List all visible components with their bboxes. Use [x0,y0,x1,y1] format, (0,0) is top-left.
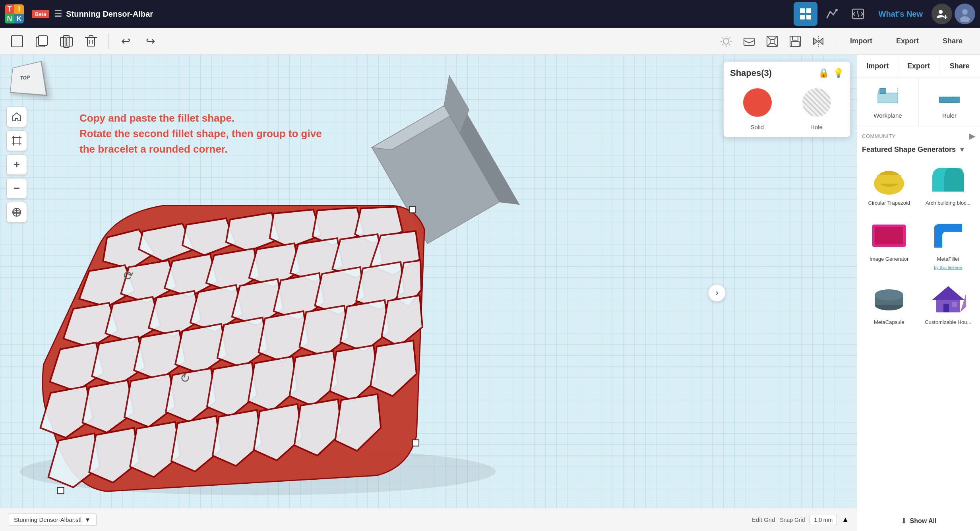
import-button[interactable]: Import [839,33,883,49]
svg-rect-36 [792,36,798,40]
svg-point-4 [835,9,838,11]
visibility-icon[interactable]: 💡 [833,68,844,78]
rp-export-button[interactable]: Export [898,55,939,78]
solid-shape-item[interactable]: Solid [730,85,784,130]
dropdown-chevron-icon: ▼ [959,146,965,153]
sg-item-metacapsule[interactable]: MetaCapsule [862,278,916,329]
shapes-panel-icons: 🔒 💡 [818,68,844,78]
solid-label: Solid [751,124,764,130]
header: T I N K Beta ☰ Stunning Densor-Albar [0,0,980,28]
right-panel-actions: Import Export Share [857,55,980,78]
svg-rect-37 [791,41,799,46]
save-button[interactable] [784,31,806,52]
mirror-button[interactable] [808,31,829,52]
logo-n: N [5,14,14,23]
edit-grid-button[interactable]: Edit Grid [752,516,775,523]
duplicate-button[interactable] [31,31,52,52]
whats-new-button[interactable]: What's New [872,6,929,22]
svg-rect-0 [800,8,805,13]
sg-item-arch[interactable]: Arch building bloc... [921,159,976,210]
rp-tools: Workplane Ruler [857,78,980,126]
shapes-panel: Shapes(3) 🔒 💡 Solid Hole [723,61,850,137]
group-button[interactable] [56,31,77,52]
ruler-label: Ruler [942,112,957,119]
add-user-button[interactable] [932,4,952,24]
rp-import-button[interactable]: Import [857,55,898,78]
sg-img-house [926,281,970,317]
code-button[interactable] [846,2,870,26]
hole-label: Hole [810,124,823,130]
header-title: Stunning Densor-Albar [66,10,153,19]
rp-share-button[interactable]: Share [939,55,980,78]
canvas-area[interactable]: TOP + − [0,55,857,531]
shapes-panel-header: Shapes(3) 🔒 💡 [730,68,844,78]
svg-rect-34 [770,39,774,43]
shape-view-button[interactable] [738,31,760,52]
ruler-tool[interactable]: Ruler [919,78,980,126]
workplane-label: Workplane [873,112,902,119]
light-toggle-button[interactable] [715,31,737,52]
sg-item-circular-trapezoid[interactable]: Circular Trapezoid [862,159,916,210]
grid-icon: ☰ [54,9,62,19]
shape-generators-section: Community ▶ Featured Shape Generators ▼ [857,126,980,511]
show-all-bar[interactable]: ⬇ Show All [857,511,980,531]
sg-dropdown[interactable]: Featured Shape Generators ▼ [862,145,975,154]
solid-circle [743,88,772,117]
svg-rect-66 [939,97,959,103]
svg-line-30 [729,37,730,39]
toolbar-separator [108,33,108,49]
logo-letters: T I N K [5,4,24,23]
sg-label-3: MetaFillet [937,256,959,263]
lock-icon[interactable]: 🔒 [818,68,829,78]
logo: T I N K [5,4,24,23]
share-button[interactable]: Share [932,33,974,49]
svg-line-31 [722,44,723,45]
svg-point-11 [962,9,968,15]
sg-item-image-gen[interactable]: Image Generator [862,215,916,273]
main-area: TOP + − [0,55,980,531]
grid-view-button[interactable] [794,2,817,26]
new-design-button[interactable] [6,31,28,52]
view-cube[interactable]: TOP [8,63,42,93]
filename-text: Stunning Densor-Albar.stl [14,516,81,523]
snap-increase-button[interactable]: ▲ [842,515,849,524]
svg-rect-76 [932,188,944,192]
featured-label: Featured Shape Generators [862,145,956,154]
svg-rect-18 [64,35,69,47]
export-button[interactable]: Export [885,33,930,49]
sg-img-arch [926,162,970,198]
snap-grid-value[interactable]: 1.0 mm [810,515,837,525]
next-panel-button[interactable]: › [708,284,726,302]
logo-t: T [5,4,14,14]
svg-line-28 [722,37,723,39]
svg-line-29 [729,44,730,45]
workplane-tool[interactable]: Workplane [857,78,918,126]
right-panel: Import Export Share Workplane [857,55,980,531]
sg-item-house[interactable]: Customizable Hou... [921,278,976,329]
dropdown-arrow-icon[interactable]: ▼ [85,516,91,523]
svg-point-7 [939,10,943,14]
toolbar-sep-2 [834,33,834,49]
svg-point-23 [723,39,729,44]
file-name-box: Stunning Densor-Albar.stl ▼ [8,514,97,526]
logo-k: K [14,14,24,23]
header-right: What's New [794,2,975,26]
svg-point-82 [875,289,903,300]
sg-item-metafillet[interactable]: MetaFillet by this tinkerer [921,215,976,273]
sg-grid: Circular Trapezoid Arch building bloc.. [862,159,975,329]
sg-sublabel-3[interactable]: by this tinkerer [934,265,963,270]
delete-button[interactable] [80,31,102,52]
hole-shape-item[interactable]: Hole [789,85,844,130]
sg-img-metafillet [926,218,970,254]
solid-preview [740,85,775,120]
redo-button[interactable]: ↪ [139,31,161,52]
undo-button[interactable]: ↩ [115,31,136,52]
perspective-button[interactable] [761,31,783,52]
toolbar-right: Import Export Share [715,31,974,52]
sg-collapse-button[interactable]: ▶ [969,131,975,141]
header-title-area: ☰ Stunning Densor-Albar [54,9,153,19]
build-button[interactable] [820,2,844,26]
logo-i: I [14,4,24,14]
avatar[interactable] [955,4,975,24]
svg-line-6 [857,11,859,17]
